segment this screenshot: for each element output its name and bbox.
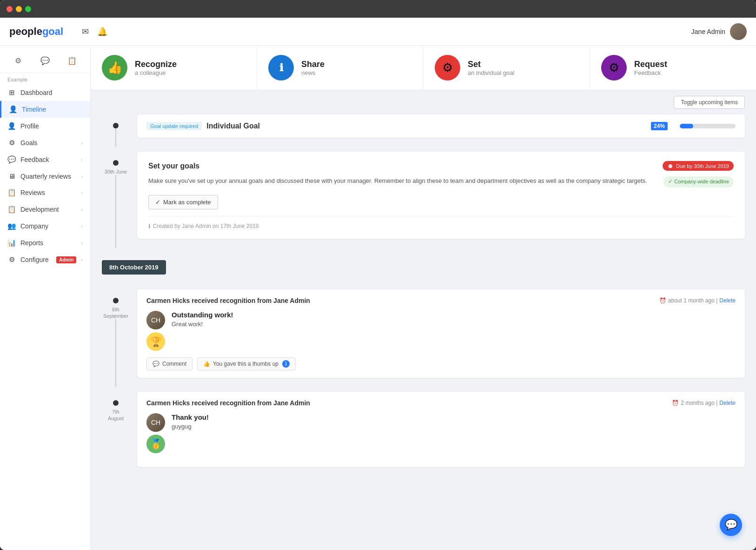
sidebar-item-timeline[interactable]: 👤 Timeline: [0, 101, 90, 118]
rec1-person-avatar: CH: [146, 311, 165, 329]
sidebar-item-feedback[interactable]: 💬 Feedback ›: [0, 151, 90, 168]
sidebar-icon-chat[interactable]: 💬: [37, 52, 53, 69]
sidebar-icon-docs[interactable]: 📋: [64, 52, 80, 69]
progress-bar: [680, 124, 736, 128]
quick-actions-bar: 👍 Recognize a colleague ℹ Share news: [91, 46, 756, 90]
sidebar-item-quarterly-reviews[interactable]: 🖥 Quarterly reviews ›: [0, 168, 90, 184]
sidebar-label-profile: Profile: [20, 122, 83, 130]
sidebar-item-development[interactable]: 📋 Development ›: [0, 201, 90, 218]
bell-icon[interactable]: 🔔: [97, 27, 107, 37]
timeline-left-goal: [102, 114, 130, 147]
rec2-message-body: guygug: [172, 423, 209, 430]
chevron-right-icon: ›: [81, 174, 83, 179]
sidebar-label-reports: Reports: [20, 239, 76, 247]
rec2-delete[interactable]: Delete: [719, 400, 736, 406]
logo-goal: goal: [42, 26, 63, 37]
maximize-button[interactable]: [25, 6, 31, 12]
rec1-title: Carmen Hicks received recognition from J…: [146, 297, 310, 304]
chevron-right-icon: ›: [81, 140, 83, 146]
set-goals-header: Set your goals ⏰ Due by 30th June 2019: [148, 161, 734, 171]
sidebar-item-reviews[interactable]: 📋 Reviews ›: [0, 184, 90, 201]
main-content: 👍 Recognize a colleague ℹ Share news: [91, 46, 756, 550]
checkmark-icon: ✓: [155, 199, 160, 206]
timeline-line: [115, 128, 116, 147]
sidebar-label-quarterly: Quarterly reviews: [20, 173, 76, 180]
sidebar-item-company[interactable]: 👥 Company ›: [0, 218, 90, 235]
recognize-icon: 👍: [102, 55, 127, 80]
close-button[interactable]: [7, 6, 13, 12]
recognition-card-2: Carmen Hicks received recognition from J…: [137, 392, 745, 467]
sidebar-item-dashboard[interactable]: ⊞ Dashboard: [0, 84, 90, 101]
thumbsup-button-1[interactable]: 👍 You gave this a thumbs up 1: [197, 357, 296, 370]
rec1-message-body: Great work!: [172, 321, 233, 328]
share-sub: news: [301, 69, 325, 76]
sidebar-label-timeline: Timeline: [22, 106, 83, 113]
rec1-delete[interactable]: Delete: [719, 297, 736, 304]
quick-action-set[interactable]: ⚙ Set an individual goal: [424, 46, 590, 90]
company-deadline-label: Company-wide deadline: [674, 178, 729, 186]
share-icon: ℹ: [268, 55, 294, 80]
sidebar-icon-gear[interactable]: ⚙: [10, 52, 27, 69]
timeline-left-rec2: 7thAugust: [102, 392, 130, 476]
timeline-left-setgoals: 30th June: [102, 152, 130, 248]
timeline-dot-setgoals: [113, 160, 119, 166]
timeline-icon: 👤: [9, 105, 17, 114]
goal-progress: 24%: [265, 122, 736, 130]
date-banner-area: 8th October 2019: [102, 253, 745, 282]
mail-icon[interactable]: ✉: [82, 27, 89, 37]
thumbs-icon: 👍: [203, 361, 210, 367]
check-icon: ✓: [668, 178, 672, 186]
logo[interactable]: peoplegoal: [9, 26, 63, 38]
sidebar-label-feedback: Feedback: [20, 156, 76, 163]
sidebar-item-reports[interactable]: 📊 Reports ›: [0, 235, 90, 251]
quick-action-request[interactable]: ⚙ Request Feedback: [590, 46, 756, 90]
rec2-avatars: CH 🥇: [146, 413, 165, 453]
timeline-left-rec1: 6thSeptember: [102, 289, 130, 387]
goal-card: Goal update required Individual Goal 24%: [137, 114, 745, 138]
set-title: Set: [468, 60, 514, 69]
sidebar-item-goals[interactable]: ⚙ Goals ›: [0, 134, 90, 151]
set-goals-text: Make sure you've set up your annual goal…: [148, 176, 656, 186]
header-icons: ✉ 🔔: [82, 27, 691, 37]
chevron-right-icon: ›: [81, 157, 83, 162]
recognize-title: Recognize: [135, 60, 177, 69]
comment-button-1[interactable]: 💬 Comment: [146, 357, 192, 370]
clock-icon-2: ⏰: [659, 297, 666, 304]
quick-action-recognize[interactable]: 👍 Recognize a colleague: [91, 46, 257, 90]
quick-action-share[interactable]: ℹ Share news: [257, 46, 424, 90]
share-title: Share: [301, 60, 325, 69]
timeline-dot-rec1: [113, 298, 119, 303]
recognition-card-1: Carmen Hicks received recognition from J…: [137, 289, 745, 378]
chat-bubble-button[interactable]: 💬: [720, 514, 742, 536]
minimize-button[interactable]: [16, 6, 22, 12]
app-header: peoplegoal ✉ 🔔 Jane Admin: [0, 18, 756, 46]
set-goals-title: Set your goals: [148, 162, 199, 170]
avatar[interactable]: [730, 23, 747, 40]
progress-percent: 24%: [651, 122, 668, 130]
sidebar-label-reviews: Reviews: [20, 189, 76, 196]
sidebar-item-profile[interactable]: 👤 Profile: [0, 118, 90, 134]
mark-complete-button[interactable]: ✓ Mark as complete: [148, 195, 218, 209]
request-title: Request: [634, 60, 667, 69]
goal-card-header: Goal update required Individual Goal 24%: [146, 122, 736, 130]
set-icon: ⚙: [435, 55, 460, 80]
chevron-right-icon: ›: [81, 207, 83, 212]
rec1-actions: 💬 Comment 👍 You gave this a thumbs up 1: [146, 357, 736, 370]
rec1-meta: ⏰ about 1 month ago | Delete: [659, 297, 736, 304]
rec2-meta: ⏰ 2 months ago | Delete: [672, 400, 736, 406]
toggle-upcoming-button[interactable]: Toggle upcoming items: [674, 96, 745, 109]
timeline-rec1-entry: 6thSeptember Carmen Hicks received recog…: [102, 289, 745, 387]
timeline-right-setgoals: Set your goals ⏰ Due by 30th June 2019 M…: [130, 152, 745, 248]
sidebar-label-company: Company: [20, 222, 76, 230]
timeline-date-rec2: 7thAugust: [108, 409, 124, 422]
rec1-header: Carmen Hicks received recognition from J…: [146, 297, 736, 304]
rec2-title: Carmen Hicks received recognition from J…: [146, 399, 310, 407]
rec2-text: Thank you! guygug: [172, 413, 209, 430]
clock-icon: ⏰: [667, 163, 674, 169]
chevron-right-icon: ›: [81, 240, 83, 246]
goal-update-badge: Goal update required: [146, 122, 202, 130]
sidebar-item-configure[interactable]: ⚙ Configure Admin ›: [0, 251, 90, 268]
comment-icon: 💬: [153, 361, 159, 367]
sidebar-label-development: Development: [20, 206, 76, 213]
profile-icon: 👤: [7, 122, 16, 130]
